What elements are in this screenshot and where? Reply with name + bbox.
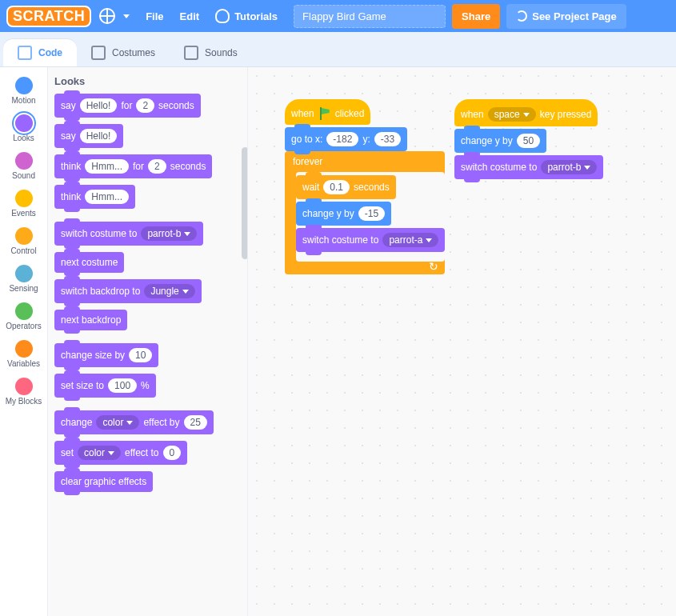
- category-motion[interactable]: Motion: [0, 72, 47, 110]
- block-wait[interactable]: wait 0.1 seconds: [296, 175, 396, 199]
- block-dropdown[interactable]: Jungle: [144, 284, 194, 298]
- green-flag-icon: [318, 107, 331, 120]
- category-label: Sound: [12, 171, 35, 180]
- project-title-input[interactable]: [294, 5, 446, 28]
- block-text: next costume: [61, 257, 118, 268]
- category-sensing[interactable]: Sensing: [0, 260, 47, 298]
- operators-dot-icon: [15, 302, 33, 320]
- sounds-icon: [184, 46, 198, 60]
- dropdown-value: parrot-b: [547, 162, 581, 173]
- sensing-dot-icon: [15, 265, 33, 282]
- block-text: switch costume to: [61, 228, 137, 239]
- block-change-size[interactable]: change size by 10: [54, 343, 158, 367]
- block-when-flag-clicked[interactable]: when clicked: [285, 99, 370, 125]
- myblocks-dot-icon: [15, 378, 33, 395]
- tab-label: Sounds: [205, 47, 238, 58]
- globe-icon: [99, 8, 115, 24]
- category-label: Sensing: [9, 284, 38, 293]
- block-input[interactable]: Hmm...: [85, 159, 129, 174]
- looks-dot-icon: [15, 114, 33, 132]
- category-label: Operators: [6, 322, 41, 330]
- block-dropdown[interactable]: parrot-b: [141, 226, 197, 241]
- chevron-down-icon: [108, 451, 114, 455]
- block-text: go to x:: [291, 134, 322, 145]
- chevron-down-icon: [126, 421, 133, 425]
- forever-body[interactable]: wait 0.1 seconds change y by -15 switch …: [296, 172, 445, 262]
- script-stack-2[interactable]: when space key pressed change y by 50 sw…: [454, 99, 603, 186]
- block-text: y:: [362, 134, 370, 145]
- block-next-backdrop[interactable]: next backdrop: [54, 310, 127, 330]
- block-dropdown[interactable]: parrot-b: [541, 160, 597, 174]
- forever-label: forever: [285, 151, 445, 172]
- workspace[interactable]: when clicked go to x: -182 y: -33 foreve…: [248, 67, 676, 616]
- block-switch-costume[interactable]: switch costume to parrot-b: [54, 222, 203, 246]
- block-change-y[interactable]: change y by -15: [296, 202, 391, 226]
- see-project-button[interactable]: See Project Page: [506, 4, 626, 29]
- category-variables[interactable]: Variables: [0, 335, 47, 373]
- tab-costumes[interactable]: Costumes: [77, 39, 170, 66]
- category-events[interactable]: Events: [0, 185, 47, 222]
- block-input[interactable]: 0: [163, 446, 182, 460]
- block-input[interactable]: -33: [374, 132, 401, 146]
- block-switch-backdrop[interactable]: switch backdrop to Jungle: [54, 279, 202, 303]
- tab-label: Code: [38, 47, 62, 58]
- block-text: effect by: [143, 417, 179, 428]
- block-input[interactable]: 50: [517, 134, 540, 148]
- tab-sounds[interactable]: Sounds: [170, 39, 252, 66]
- block-dropdown[interactable]: color: [96, 415, 139, 430]
- block-input[interactable]: Hello!: [80, 129, 118, 143]
- category-sound[interactable]: Sound: [0, 147, 47, 185]
- block-set-effect[interactable]: set color effect to 0: [54, 441, 187, 465]
- block-input[interactable]: 100: [108, 378, 137, 393]
- block-text: set size to: [61, 380, 104, 391]
- block-text: next backdrop: [61, 314, 121, 326]
- block-when-key-pressed[interactable]: when space key pressed: [454, 99, 598, 126]
- block-forever[interactable]: forever wait 0.1 seconds change y by -15…: [285, 151, 445, 274]
- block-dropdown[interactable]: parrot-a: [382, 233, 438, 247]
- script-stack-1[interactable]: when clicked go to x: -182 y: -33 foreve…: [285, 99, 445, 274]
- file-menu[interactable]: File: [146, 10, 163, 22]
- block-set-size[interactable]: set size to 100 %: [54, 374, 156, 398]
- scratch-logo[interactable]: SCRATCH: [6, 6, 91, 27]
- block-dropdown[interactable]: space: [488, 107, 536, 122]
- block-goto-xy[interactable]: go to x: -182 y: -33: [285, 127, 407, 151]
- block-think[interactable]: think Hmm...: [54, 185, 135, 209]
- category-operators[interactable]: Operators: [0, 298, 47, 335]
- block-switch-costume[interactable]: switch costume to parrot-a: [296, 228, 445, 252]
- block-input[interactable]: Hmm...: [85, 190, 129, 204]
- block-say[interactable]: say Hello!: [54, 124, 123, 148]
- palette-scrollbar[interactable]: [242, 147, 248, 259]
- block-input[interactable]: -182: [326, 132, 358, 146]
- tutorials-label: Tutorials: [234, 10, 278, 22]
- block-input[interactable]: -15: [358, 206, 385, 221]
- edit-menu[interactable]: Edit: [180, 10, 200, 22]
- category-myblocks[interactable]: My Blocks: [0, 373, 47, 410]
- block-say-for[interactable]: say Hello! for 2 seconds: [54, 94, 201, 118]
- motion-dot-icon: [15, 77, 33, 94]
- block-palette[interactable]: Looks say Hello! for 2 seconds say Hello…: [48, 67, 248, 616]
- block-input[interactable]: 2: [148, 159, 166, 174]
- block-change-y[interactable]: change y by 50: [454, 129, 546, 153]
- tutorials-button[interactable]: Tutorials: [215, 9, 278, 23]
- chevron-down-icon: [184, 232, 190, 236]
- language-menu[interactable]: [99, 8, 130, 24]
- block-dropdown[interactable]: color: [78, 446, 121, 460]
- block-clear-effects[interactable]: clear graphic effects: [54, 471, 153, 492]
- block-text: change y by: [302, 208, 354, 219]
- share-button[interactable]: Share: [452, 4, 500, 29]
- block-input[interactable]: Hello!: [80, 98, 118, 113]
- block-input[interactable]: 10: [129, 348, 152, 362]
- block-input[interactable]: 25: [184, 415, 207, 430]
- block-text: say: [61, 100, 76, 111]
- block-input[interactable]: 0.1: [323, 180, 350, 194]
- block-input[interactable]: 2: [136, 98, 154, 113]
- block-next-costume[interactable]: next costume: [54, 252, 124, 273]
- category-looks[interactable]: Looks: [0, 110, 47, 147]
- category-control[interactable]: Control: [0, 222, 47, 260]
- block-text: think: [61, 191, 81, 202]
- block-think-for[interactable]: think Hmm... for 2 seconds: [54, 154, 212, 178]
- tab-code[interactable]: Code: [3, 39, 77, 66]
- block-text: %: [141, 380, 150, 391]
- block-switch-costume[interactable]: switch costume to parrot-b: [454, 155, 603, 179]
- block-change-effect[interactable]: change color effect by 25: [54, 410, 214, 434]
